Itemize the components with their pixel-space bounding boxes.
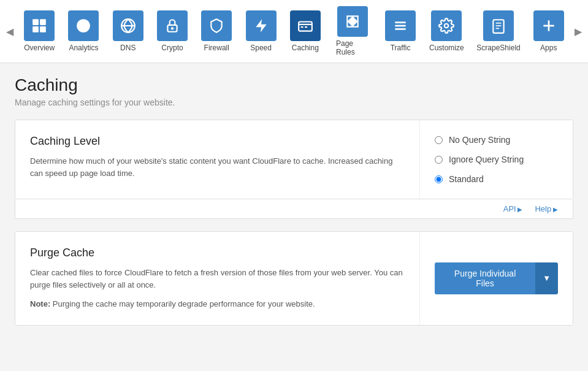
note-label: Note: (30, 299, 50, 308)
nav-item-speed[interactable]: Speed (239, 0, 283, 63)
apps-label: Apps (540, 44, 557, 52)
nav-items-container: Overview Analytics DNS Crypto (17, 0, 571, 63)
crypto-label: Crypto (161, 44, 183, 52)
page-title: Caching (15, 75, 573, 95)
nav-item-apps[interactable]: Apps (527, 0, 571, 63)
caching-radio-group: No Query String Ignore Query String Stan… (435, 135, 558, 184)
overview-label: Overview (24, 44, 55, 52)
caching-label: Caching (292, 44, 319, 52)
scrapeshield-icon (483, 10, 514, 41)
caching-level-desc: Determine how much of your website's sta… (30, 155, 405, 179)
purge-btn-group: Purge Individual Files ▼ (435, 262, 558, 294)
purge-cache-desc: Clear cached files to force CloudFlare t… (30, 267, 405, 291)
svg-rect-3 (40, 26, 46, 33)
svg-point-19 (445, 24, 449, 28)
svg-rect-12 (300, 26, 303, 28)
dns-icon (113, 10, 143, 41)
customize-icon (431, 10, 462, 41)
purge-cache-left: Purge Cache Clear cached files to force … (15, 232, 420, 325)
purge-dropdown-toggle[interactable]: ▼ (535, 262, 558, 294)
analytics-icon (68, 10, 99, 41)
caching-level-title: Caching Level (30, 135, 405, 148)
customize-label: Customize (429, 44, 464, 52)
nav-item-analytics[interactable]: Analytics (61, 0, 105, 63)
radio-ignore-query-string[interactable]: Ignore Query String (435, 155, 558, 164)
nav-item-overview[interactable]: Overview (17, 0, 61, 63)
page-rules-icon (337, 6, 368, 37)
api-help-bar: API Help (15, 199, 573, 219)
radio-ignore-query-string-input[interactable] (435, 156, 443, 164)
nav-item-crypto[interactable]: Crypto (150, 0, 194, 63)
purge-cache-right: Purge Individual Files ▼ (420, 232, 573, 325)
dns-label: DNS (120, 44, 136, 52)
help-link[interactable]: Help (535, 204, 558, 213)
page-content: Caching Manage caching settings for your… (0, 63, 588, 338)
crypto-icon (157, 10, 188, 41)
nav-prev-arrow[interactable]: ◀ (2, 0, 17, 63)
radio-standard-input[interactable] (435, 175, 443, 183)
analytics-label: Analytics (69, 44, 98, 52)
svg-rect-20 (493, 20, 503, 33)
purge-cache-card: Purge Cache Clear cached files to force … (15, 231, 573, 326)
svg-marker-15 (348, 16, 358, 26)
top-navigation: ◀ Overview Analytics DNS (0, 0, 588, 63)
caching-level-right: No Query String Ignore Query String Stan… (420, 120, 573, 199)
caching-icon (290, 10, 321, 41)
page-rules-label: Page Rules (336, 39, 370, 56)
traffic-icon (385, 10, 416, 41)
radio-standard[interactable]: Standard (435, 174, 558, 184)
radio-standard-label: Standard (449, 174, 484, 184)
nav-next-arrow[interactable]: ▶ (571, 0, 586, 63)
svg-point-5 (82, 24, 86, 28)
firewall-label: Firewall (204, 44, 229, 52)
speed-label: Speed (250, 44, 272, 52)
svg-marker-10 (256, 19, 266, 33)
svg-rect-11 (299, 22, 312, 31)
note-text: Purging the cache may temporarily degrad… (50, 299, 315, 308)
nav-item-scrapeshield[interactable]: ScrapeShield (470, 0, 526, 63)
api-link[interactable]: API (503, 204, 523, 213)
nav-item-caching[interactable]: Caching (283, 0, 327, 63)
nav-item-traffic[interactable]: Traffic (378, 0, 422, 63)
page-subtitle: Manage caching settings for your website… (15, 98, 573, 107)
purge-cache-note: Note: Purging the cache may temporarily … (30, 298, 405, 310)
firewall-icon (201, 10, 232, 41)
caching-level-left: Caching Level Determine how much of your… (15, 120, 420, 199)
svg-rect-2 (32, 26, 39, 33)
radio-no-query-string-input[interactable] (435, 136, 443, 144)
svg-rect-0 (32, 19, 39, 25)
svg-rect-13 (305, 26, 307, 28)
radio-ignore-query-string-label: Ignore Query String (449, 155, 524, 164)
speed-icon (246, 10, 277, 41)
svg-point-9 (171, 27, 174, 29)
scrapeshield-label: ScrapeShield (476, 44, 520, 52)
nav-item-firewall[interactable]: Firewall (194, 0, 239, 63)
purge-cache-title: Purge Cache (30, 247, 405, 259)
nav-item-customize[interactable]: Customize (422, 0, 470, 63)
traffic-label: Traffic (391, 44, 411, 52)
overview-icon (24, 10, 55, 41)
radio-no-query-string[interactable]: No Query String (435, 135, 558, 145)
caching-level-card: Caching Level Determine how much of your… (15, 120, 573, 199)
nav-item-page-rules[interactable]: Page Rules (327, 0, 378, 63)
svg-rect-1 (40, 19, 46, 25)
radio-no-query-string-label: No Query String (449, 135, 510, 145)
nav-item-dns[interactable]: DNS (106, 0, 150, 63)
apps-icon (533, 10, 564, 41)
purge-individual-files-button[interactable]: Purge Individual Files (435, 262, 535, 294)
